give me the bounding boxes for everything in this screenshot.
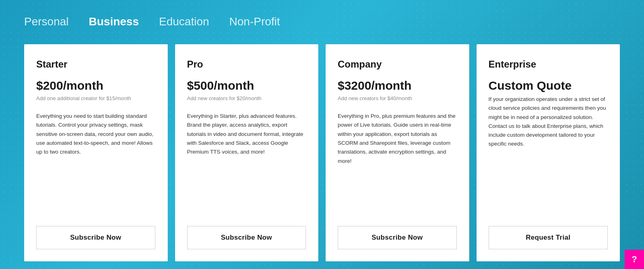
tab-business[interactable]: Business bbox=[89, 11, 151, 32]
plan-price-company: $3200/month bbox=[338, 79, 457, 92]
plan-card-enterprise: Enterprise Custom Quote If your organiza… bbox=[477, 44, 620, 261]
plan-name-company: Company bbox=[338, 59, 457, 70]
plan-price-enterprise: Custom Quote bbox=[489, 79, 608, 92]
tab-nonprofit[interactable]: Non-Profit bbox=[229, 11, 292, 32]
plan-button-wrapper-starter: Subscribe Now bbox=[36, 226, 155, 249]
plan-price-sub-starter: Add one additional creator for $15/month bbox=[36, 95, 155, 102]
plan-price-sub-company: Add new creators for $40/month bbox=[338, 95, 457, 102]
plan-description-starter: Everything you need to start building st… bbox=[36, 112, 155, 213]
plan-description-enterprise: If your organization operates under a st… bbox=[489, 95, 608, 213]
request-trial-button-enterprise[interactable]: Request Trial bbox=[489, 226, 608, 249]
subscribe-button-company[interactable]: Subscribe Now bbox=[338, 226, 457, 249]
main-container: Personal Business Education Non-Profit S… bbox=[0, 0, 644, 261]
plan-card-company: Company $3200/month Add new creators for… bbox=[326, 44, 469, 261]
subscribe-button-starter[interactable]: Subscribe Now bbox=[36, 226, 155, 249]
plan-name-enterprise: Enterprise bbox=[489, 59, 608, 70]
plan-description-company: Everything in Pro, plus premium features… bbox=[338, 112, 457, 213]
help-button[interactable]: ? bbox=[625, 250, 644, 269]
plan-name-pro: Pro bbox=[187, 59, 306, 70]
plan-button-wrapper-company: Subscribe Now bbox=[338, 226, 457, 249]
plan-price-pro: $500/month bbox=[187, 79, 306, 92]
tab-education[interactable]: Education bbox=[159, 11, 221, 32]
plan-card-pro: Pro $500/month Add new creators for $20/… bbox=[175, 44, 319, 261]
plan-price-sub-pro: Add new creators for $20/month bbox=[187, 95, 306, 102]
subscribe-button-pro[interactable]: Subscribe Now bbox=[187, 226, 306, 249]
plan-price-starter: $200/month bbox=[36, 79, 155, 92]
plans-grid: Starter $200/month Add one additional cr… bbox=[24, 44, 620, 261]
plan-name-starter: Starter bbox=[36, 59, 155, 70]
plan-card-starter: Starter $200/month Add one additional cr… bbox=[24, 44, 168, 261]
plan-button-wrapper-enterprise: Request Trial bbox=[489, 226, 608, 249]
tab-personal[interactable]: Personal bbox=[24, 11, 81, 32]
tab-navigation: Personal Business Education Non-Profit bbox=[24, 0, 620, 44]
plan-description-pro: Everything in Starter, plus advanced fea… bbox=[187, 112, 306, 213]
plan-button-wrapper-pro: Subscribe Now bbox=[187, 226, 306, 249]
